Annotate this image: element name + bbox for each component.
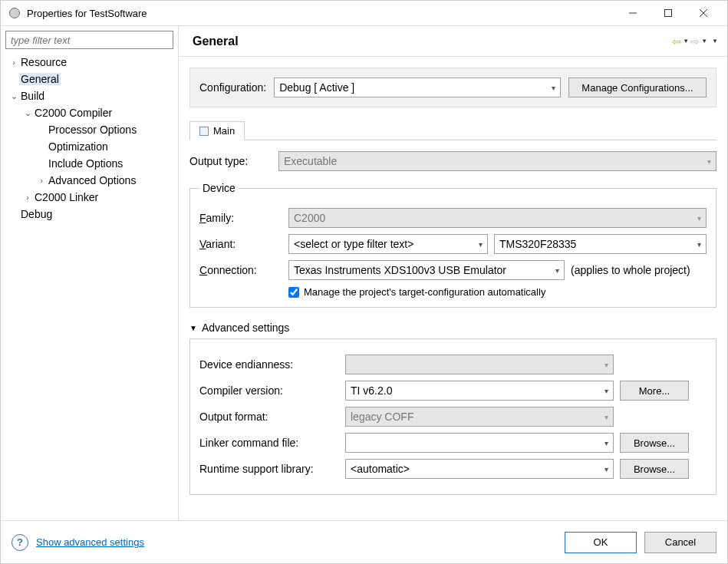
tree-item-label: Advanced Options [47,174,137,186]
endianness-label: Device endianness: [199,358,339,371]
tree-item[interactable]: Debug [5,206,173,223]
tab-main[interactable]: Main [189,121,245,140]
tree-twisty-icon: › [8,58,19,67]
advanced-settings-box: Device endianness: Compiler version: TI … [189,338,716,495]
view-menu-icon[interactable]: ▼ [712,38,718,45]
connection-label: Connection: [199,264,282,276]
show-advanced-settings-link[interactable]: Show advanced settings [36,536,144,548]
tree-twisty-icon: ⌄ [8,91,19,101]
titlebar: Properties for TestSoftware [1,1,727,25]
window-controls [615,2,721,25]
window-title: Properties for TestSoftware [27,8,615,19]
main-panel: General ⇦ ▼ ⇨ ▼ ▼ Configuration: Debug [… [179,26,727,520]
app-icon [8,7,21,19]
tree-item-label: Optimization [47,140,110,153]
tree-item[interactable]: ⌄Build [5,87,173,104]
endianness-combo[interactable] [345,355,614,374]
svg-rect-2 [665,10,672,17]
runtime-lib-label: Runtime support library: [199,463,339,475]
footer: ? Show advanced settings OK Cancel [1,520,727,563]
tree-item-label: General [19,73,61,85]
manage-target-config-checkbox[interactable] [288,287,299,298]
variant-value: TMS320F28335 [499,238,576,250]
tree-item[interactable]: Include Options [5,155,173,172]
advanced-settings-label: Advanced settings [202,322,289,334]
output-format-value: legacy COFF [351,411,413,423]
device-group: Device Family: C2000 Variant: <select or… [189,182,716,308]
compiler-version-combo[interactable]: TI v6.2.0 [345,381,614,401]
tree-item-label: C2000 Compiler [33,107,114,119]
tree-item[interactable]: ›C2000 Linker [5,189,173,206]
tree-item[interactable]: Processor Options [5,121,173,138]
main-header: General ⇦ ▼ ⇨ ▼ ▼ [179,26,727,57]
manage-configurations-button[interactable]: Manage Configurations... [568,78,707,97]
tree: ›ResourceGeneral⌄Build⌄C2000 CompilerPro… [5,54,173,223]
close-button[interactable] [686,2,721,25]
family-value: C2000 [294,212,325,224]
runtime-lib-value: <automatic> [351,463,410,475]
tree-twisty-icon: › [22,193,33,202]
runtime-lib-combo[interactable]: <automatic> [345,459,614,479]
output-type-value: Executable [284,155,337,167]
back-icon[interactable]: ⇦ [672,35,681,48]
tree-item-label: Build [19,90,46,102]
tree-twisty-icon: ⌄ [22,108,33,118]
sidebar: ›ResourceGeneral⌄Build⌄C2000 CompilerPro… [1,26,179,520]
compiler-version-label: Compiler version: [199,384,339,397]
output-format-label: Output format: [199,411,339,423]
forward-menu-icon[interactable]: ▼ [701,38,707,45]
tree-item-label: Debug [19,208,54,220]
chevron-down-icon: ▼ [189,324,197,332]
browse-linker-button[interactable]: Browse... [620,433,689,453]
family-combo[interactable]: C2000 [288,208,707,228]
nav-icons: ⇦ ▼ ⇨ ▼ ▼ [672,35,718,48]
tree-item[interactable]: ›Resource [5,54,173,71]
cancel-button[interactable]: Cancel [644,532,716,553]
tree-item-label: Resource [19,56,68,68]
tree-twisty-icon: › [36,176,47,185]
tree-item-label: Processor Options [47,124,138,136]
family-label: Family: [199,212,282,224]
tree-item-label: Include Options [47,157,124,170]
filter-input[interactable] [5,31,173,49]
output-type-combo[interactable]: Executable [278,151,716,171]
help-icon[interactable]: ? [12,534,28,551]
tree-item-label: C2000 Linker [33,191,100,203]
minimize-button[interactable] [615,2,651,25]
forward-icon[interactable]: ⇨ [690,35,700,48]
manage-target-config-label: Manage the project's target-configuratio… [304,286,545,298]
tree-item[interactable]: ⌄C2000 Compiler [5,104,173,121]
device-legend: Device [199,182,239,194]
output-type-label: Output type: [189,155,272,167]
more-button[interactable]: More... [620,381,689,401]
configuration-label: Configuration: [199,81,266,94]
connection-combo[interactable]: Texas Instruments XDS100v3 USB Emulator [288,260,565,280]
variant-filter-value: <select or type filter text> [294,238,413,250]
back-menu-icon[interactable]: ▼ [683,38,689,45]
tree-item[interactable]: Optimization [5,138,173,155]
advanced-settings-toggle[interactable]: ▼ Advanced settings [189,322,716,334]
config-bar: Configuration: Debug [ Active ] Manage C… [189,68,716,107]
tree-item[interactable]: General [5,71,173,87]
variant-label: Variant: [199,238,282,250]
tab-main-icon [199,127,209,136]
tab-strip: Main [189,121,716,140]
linker-cmd-combo[interactable] [345,433,614,453]
connection-note: (applies to whole project) [571,264,690,276]
tab-main-label: Main [213,125,235,137]
variant-filter-combo[interactable]: <select or type filter text> [288,234,488,254]
variant-combo[interactable]: TMS320F28335 [494,234,707,254]
connection-value: Texas Instruments XDS100v3 USB Emulator [294,264,506,276]
svg-point-0 [10,8,20,18]
maximize-button[interactable] [651,2,686,25]
linker-cmd-label: Linker command file: [199,437,339,449]
output-format-combo[interactable]: legacy COFF [345,407,614,427]
ok-button[interactable]: OK [565,532,637,553]
configuration-combo[interactable]: Debug [ Active ] [274,78,561,97]
page-title: General [193,35,672,48]
compiler-version-value: TI v6.2.0 [351,384,392,397]
browse-runtime-button[interactable]: Browse... [620,459,689,479]
configuration-value: Debug [ Active ] [279,81,354,94]
tree-item[interactable]: ›Advanced Options [5,172,173,189]
